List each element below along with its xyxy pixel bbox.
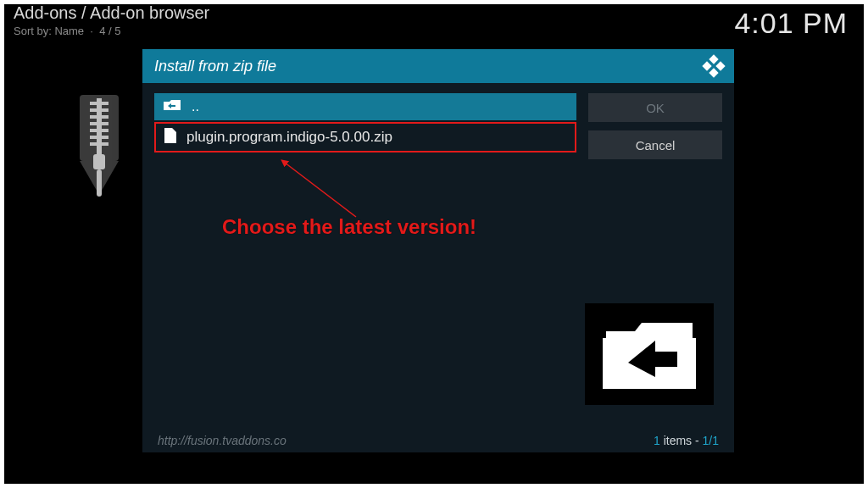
clock: 4:01 PM (734, 7, 848, 40)
svg-rect-10 (90, 129, 97, 132)
annotation-text: Choose the latest version! (222, 215, 476, 239)
file-row[interactable]: plugin.program.indigo-5.0.00.zip (154, 122, 576, 152)
dialog-footer: http://fusion.tvaddons.co 1 items - 1/1 (142, 429, 734, 452)
source-url: http://fusion.tvaddons.co (158, 434, 287, 447)
svg-rect-7 (102, 115, 108, 119)
install-zip-dialog: Install from zip file .. plugin.p (142, 49, 734, 452)
svg-rect-20 (702, 61, 711, 70)
svg-rect-4 (90, 108, 97, 112)
svg-rect-2 (90, 102, 97, 105)
svg-rect-22 (709, 68, 718, 77)
folder-up-icon (163, 98, 181, 115)
svg-rect-5 (102, 108, 108, 112)
svg-rect-9 (102, 122, 108, 125)
svg-rect-6 (90, 115, 97, 119)
dialog-title-bar: Install from zip file (142, 49, 734, 83)
svg-rect-15 (102, 142, 108, 146)
sort-label: Sort by: Name (14, 25, 84, 37)
cancel-button[interactable]: Cancel (588, 130, 722, 159)
dialog-title: Install from zip file (154, 58, 276, 75)
folder-back-icon (603, 316, 696, 392)
svg-line-23 (285, 163, 356, 217)
parent-folder-label: .. (192, 99, 199, 114)
item-count: 1 items - 1/1 (654, 434, 719, 447)
file-icon (164, 128, 176, 147)
svg-rect-21 (715, 61, 725, 70)
svg-rect-18 (97, 169, 102, 197)
svg-rect-19 (709, 54, 718, 64)
ok-button[interactable]: OK (588, 93, 722, 122)
kodi-logo-icon (702, 54, 726, 82)
file-name: plugin.program.indigo-5.0.00.zip (186, 129, 392, 146)
svg-rect-17 (93, 154, 105, 169)
zip-icon (73, 95, 132, 210)
svg-rect-14 (90, 142, 97, 146)
breadcrumb-area: Add-ons / Add-on browser Sort by: Name ·… (14, 3, 209, 37)
svg-rect-3 (102, 102, 108, 105)
list-position: 4 / 5 (99, 25, 120, 37)
back-button[interactable] (585, 303, 714, 405)
breadcrumb: Add-ons / Add-on browser (14, 3, 209, 23)
svg-rect-8 (90, 122, 97, 125)
svg-rect-1 (97, 98, 102, 158)
sort-info: Sort by: Name · 4 / 5 (14, 25, 209, 37)
file-list: .. plugin.program.indigo-5.0.00.zip (154, 93, 576, 452)
svg-rect-13 (102, 136, 108, 139)
svg-rect-11 (102, 129, 108, 132)
svg-rect-12 (90, 136, 97, 139)
parent-folder-row[interactable]: .. (154, 93, 576, 120)
